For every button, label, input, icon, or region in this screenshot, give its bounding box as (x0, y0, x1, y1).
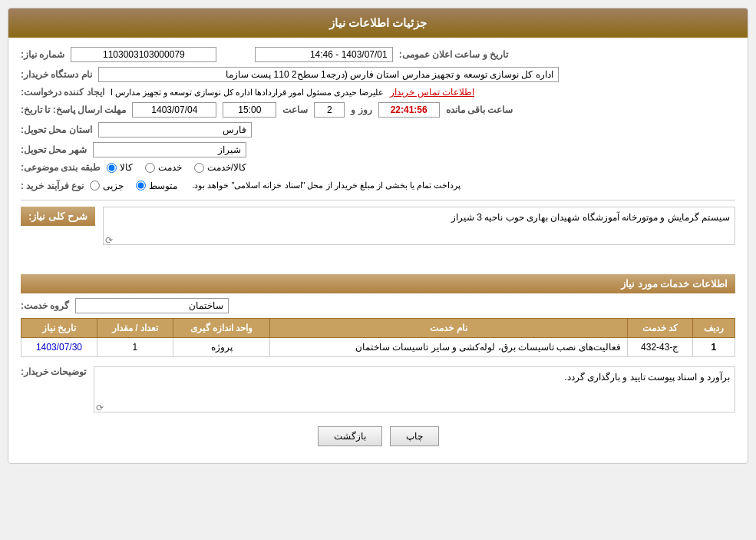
tarikh-alanomumi-label: تاریخ و ساعت اعلان عمومی: (399, 49, 508, 60)
buyer-notes-area: برآورد و اسناد پیوست تایید و بارگذاری گر… (94, 363, 735, 416)
row-sharh-koli: سیستم گرمایش و موتورخانه آموزشگاه شهیدان… (21, 207, 735, 268)
noefar-radio-group: متوسط جزیی (90, 181, 177, 191)
cell-tedad: 1 (97, 338, 173, 357)
radio-kala-input[interactable] (107, 163, 117, 173)
namdastgah-label: نام دستگاه خریدار: (21, 69, 92, 80)
rooz-value: 2 (314, 102, 345, 118)
radio-motavaset-input[interactable] (136, 181, 146, 190)
services-table: ردیف کد خدمت نام خدمت واحد اندازه گیری ت… (21, 318, 735, 357)
page-wrapper: جزئیات اطلاعات نیاز تاریخ و ساعت اعلان ع… (0, 0, 756, 540)
radio-kala-khadamat-label: کالا/خدمت (207, 162, 246, 173)
namdastgah-value: اداره کل نوسازی توسعه و تجهیز مدارس استا… (98, 67, 559, 82)
sharh-koli-section-label: شرح کلی نیاز: (21, 207, 95, 226)
page-title: جزئیات اطلاعات نیاز (329, 16, 427, 29)
radio-jozi-label: جزیی (103, 181, 124, 191)
row-tabaghe: کالا/خدمت خدمت کالا طبقه بندی موضوعی: (21, 162, 735, 173)
tabaghe-label: طبقه بندی موضوعی: (21, 162, 101, 173)
col-tedad: تعداد / مقدار (97, 319, 173, 338)
ostan-label: استان محل تحویل: (21, 124, 92, 135)
cell-radif: 1 (692, 338, 735, 357)
back-button[interactable]: بازگشت (318, 426, 382, 446)
row-shomaren-tarikh: تاریخ و ساعت اعلان عمومی: 1403/07/01 - 1… (21, 47, 735, 62)
ijadkonande-link[interactable]: اطلاعات تماس خریدار (390, 87, 474, 98)
saat-label: ساعت (282, 104, 308, 115)
tarikh-alanomumi-value: 1403/07/01 - 14:46 (255, 47, 393, 62)
mohlet-label: مهلت ارسال پاسخ: تا تاریخ: (21, 104, 126, 115)
row-grohe-khadamat: ساختمان گروه خدمت: (21, 298, 735, 313)
countdown-label: ساعت باقی مانده (446, 104, 513, 115)
radio-kala-label: کالا (120, 162, 133, 173)
button-row: چاپ بازگشت (21, 426, 735, 454)
row-noefar: پرداخت تمام یا بخشی از مبلغ خریدار از مح… (21, 177, 735, 194)
table-header-row: ردیف کد خدمت نام خدمت واحد اندازه گیری ت… (21, 319, 735, 338)
cell-tarikh: 1403/07/30 (21, 338, 97, 357)
grohe-khadamat-value: ساختمان (75, 298, 229, 313)
col-radif: ردیف (692, 319, 735, 338)
radio-motavaset-label: متوسط (149, 181, 177, 191)
noefar-label: نوع فرآیند خرید : (21, 181, 84, 191)
resize-handle-sharh[interactable]: ⟳ (105, 235, 113, 243)
radio-khadamat-label: خدمت (158, 162, 182, 173)
radio-kala[interactable]: کالا (107, 162, 133, 173)
grohe-khadamat-label: گروه خدمت: (21, 300, 69, 311)
shahr-value: شیراز (93, 142, 246, 157)
col-vahed: واحد اندازه گیری (173, 319, 270, 338)
buyer-notes-label: توضیحات خریدار: (21, 363, 86, 377)
table-body: 1 ج-43-432 فعالیت‌های نصب تاسیسات برق، ل… (21, 338, 735, 357)
sharh-koli-value: سیستم گرمایش و موتورخانه آموزشگاه شهیدان… (451, 212, 730, 223)
tabaghe-radio-group: کالا/خدمت خدمت کالا (107, 162, 246, 173)
cell-vahed: پروژه (173, 338, 270, 357)
buyer-notes-value: برآورد و اسناد پیوست تایید و بارگذاری گر… (564, 372, 730, 383)
table-header: ردیف کد خدمت نام خدمت واحد اندازه گیری ت… (21, 319, 735, 338)
khadamat-section-title: اطلاعات خدمات مورد نیاز (21, 274, 735, 293)
countdown-value: 22:41:56 (378, 102, 440, 118)
col-tarikh: تاریخ نیاز (21, 319, 97, 338)
card-body: تاریخ و ساعت اعلان عمومی: 1403/07/01 - 1… (8, 38, 748, 463)
shahr-label: شهر محل تحویل: (21, 144, 87, 155)
radio-jozi[interactable]: جزیی (90, 181, 124, 191)
radio-motavaset[interactable]: متوسط (136, 181, 177, 191)
cell-kod: ج-43-432 (627, 338, 692, 357)
row-namdastgah: اداره کل نوسازی توسعه و تجهیز مدارس استا… (21, 67, 735, 82)
col-nam: نام خدمت (270, 319, 627, 338)
noefar-note: پرداخت تمام یا بخشی از مبلغ خریدار از مح… (192, 181, 461, 190)
saat-value: 15:00 (223, 102, 276, 118)
divider-1 (21, 200, 735, 200)
row-buyer-notes: برآورد و اسناد پیوست تایید و بارگذاری گر… (21, 363, 735, 416)
buyer-notes-box: برآورد و اسناد پیوست تایید و بارگذاری گر… (94, 366, 735, 412)
card-header: جزئیات اطلاعات نیاز (8, 8, 748, 38)
resize-handle-notes[interactable]: ⟳ (96, 403, 104, 410)
ijadkonande-value: علیرضا حیدری مسئول امور قراردادها اداره … (111, 88, 385, 98)
shomare-niaz-label: شماره نیاز: (21, 49, 64, 60)
sharh-koli-area: سیستم گرمایش و موتورخانه آموزشگاه شهیدان… (103, 207, 735, 268)
col-kod: کد خدمت (627, 319, 692, 338)
main-card: جزئیات اطلاعات نیاز تاریخ و ساعت اعلان ع… (8, 8, 748, 464)
sharh-koli-box: سیستم گرمایش و موتورخانه آموزشگاه شهیدان… (103, 207, 735, 245)
row-shahr: شیراز شهر محل تحویل: (21, 142, 735, 157)
shomare-niaz-value: 1103003103000079 (71, 47, 216, 62)
radio-kala-khadamat-input[interactable] (194, 163, 204, 173)
radio-khadamat[interactable]: خدمت (145, 162, 182, 173)
table-row: 1 ج-43-432 فعالیت‌های نصب تاسیسات برق، ل… (21, 338, 735, 357)
cell-nam: فعالیت‌های نصب تاسیسات برق، لوله‌کشی و س… (270, 338, 627, 357)
rooz-label: روز و (351, 104, 371, 115)
radio-jozi-input[interactable] (90, 181, 100, 190)
ostan-value: فارس (98, 122, 252, 137)
row-ijadkonande: اطلاعات تماس خریدار علیرضا حیدری مسئول ا… (21, 87, 735, 98)
tarikh-value: 1403/07/04 (132, 102, 216, 118)
row-mohlet: ساعت باقی مانده 22:41:56 روز و 2 ساعت 15… (21, 102, 735, 118)
row-ostan: فارس استان محل تحویل: (21, 122, 735, 137)
ijadkonande-label: ایجاد کننده درخواست: (21, 87, 104, 98)
print-button[interactable]: چاپ (390, 426, 439, 446)
radio-khadamat-input[interactable] (145, 163, 155, 173)
radio-kala-khadamat[interactable]: کالا/خدمت (194, 162, 246, 173)
